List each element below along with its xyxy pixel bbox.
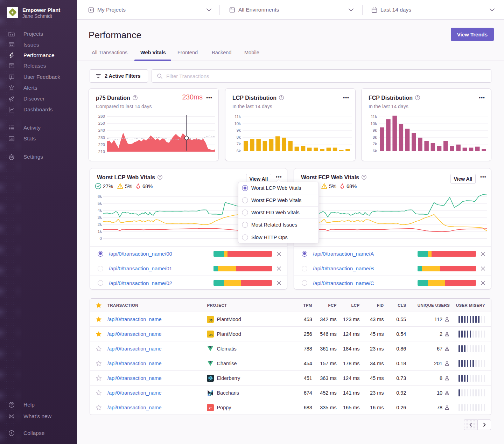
svg-text:7k: 7k <box>373 142 377 146</box>
svg-text:5k: 5k <box>98 201 102 206</box>
svg-text:7k: 7k <box>237 142 241 146</box>
svg-text:4k: 4k <box>98 208 102 213</box>
svg-text:8k: 8k <box>373 135 377 139</box>
svg-text:9k: 9k <box>373 128 377 132</box>
svg-text:3k: 3k <box>98 215 102 220</box>
svg-text:11k: 11k <box>234 115 241 119</box>
svg-text:6k: 6k <box>237 149 241 153</box>
svg-text:0: 0 <box>100 236 102 241</box>
svg-text:8k: 8k <box>237 135 241 139</box>
svg-text:1k: 1k <box>98 229 102 234</box>
svg-text:240: 240 <box>98 128 105 132</box>
svg-text:2k: 2k <box>98 222 102 227</box>
svg-text:9k: 9k <box>237 128 241 132</box>
svg-text:260: 260 <box>98 114 105 118</box>
svg-text:220: 220 <box>98 143 105 147</box>
svg-text:e: e <box>209 405 212 410</box>
svg-text:11k: 11k <box>371 115 377 119</box>
svg-text:210: 210 <box>98 150 105 154</box>
svg-text:JS: JS <box>209 333 213 337</box>
svg-text:250: 250 <box>98 121 105 125</box>
svg-text:10k: 10k <box>234 122 241 126</box>
svg-text:JS: JS <box>209 318 213 322</box>
svg-text:230: 230 <box>98 136 105 140</box>
svg-text:10k: 10k <box>370 122 377 126</box>
svg-text:6k: 6k <box>98 194 102 199</box>
svg-text:6k: 6k <box>373 149 377 153</box>
